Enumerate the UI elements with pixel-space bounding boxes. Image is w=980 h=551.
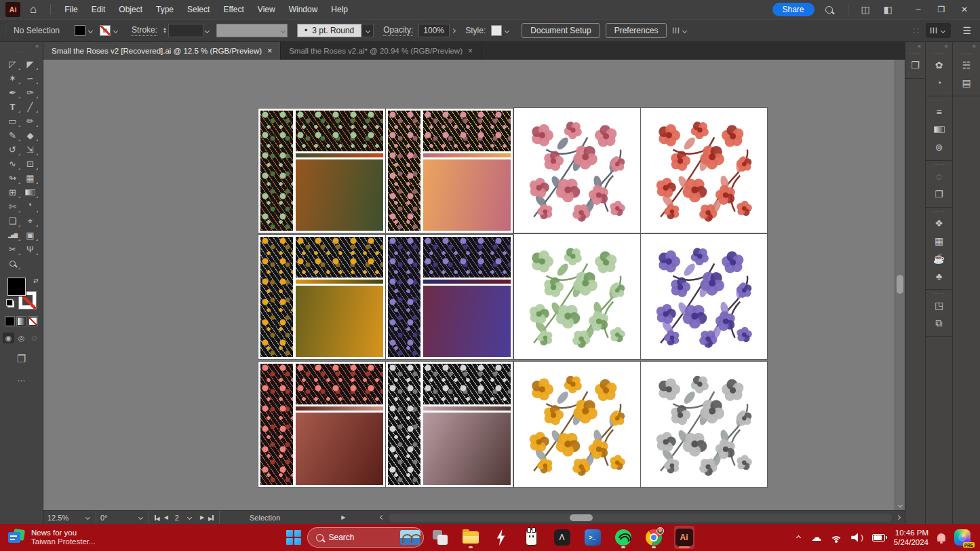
panel-layers[interactable]: ❖: [926, 214, 952, 232]
selection-tool[interactable]: ◸: [4, 57, 22, 71]
last-artboard-button[interactable]: ▶: [208, 514, 214, 522]
scroll-down-button[interactable]: [895, 499, 905, 509]
volume-icon[interactable]: ): [851, 533, 863, 542]
panel-symbols[interactable]: ♣: [926, 267, 952, 285]
panel-brushes[interactable]: ☕: [926, 250, 952, 267]
file-explorer-app-taskbar-button[interactable]: [460, 526, 481, 549]
artboard-number-field[interactable]: 2: [175, 514, 179, 522]
gradient-tool[interactable]: [22, 185, 39, 200]
minimize-button[interactable]: –: [907, 3, 930, 16]
type-tool[interactable]: T: [4, 100, 22, 114]
eraser-tool[interactable]: ◆: [22, 128, 39, 142]
color-mode-button[interactable]: [5, 317, 14, 326]
panel-gradient-quarter[interactable]: ◔: [926, 74, 952, 92]
default-fill-stroke-icon[interactable]: [6, 299, 13, 306]
rotate-tool[interactable]: ↺: [4, 142, 22, 157]
onedrive-cloud-icon[interactable]: ☁: [811, 531, 821, 544]
free-transform-tool[interactable]: ⊡: [22, 157, 39, 171]
panel-appearance[interactable]: ◌: [926, 168, 952, 185]
width-tool[interactable]: ∿: [4, 157, 22, 171]
next-artboard-button[interactable]: ▶: [200, 514, 204, 520]
perspective-grid-tool[interactable]: ▦: [22, 171, 39, 185]
artboard-number-chevron-icon[interactable]: [187, 515, 192, 520]
opacity-field[interactable]: 100%: [418, 24, 450, 37]
line-segment-tool[interactable]: ╱: [22, 100, 39, 114]
panel-export[interactable]: ◳: [926, 297, 952, 314]
artboard-floral-yellow-watercolor[interactable]: [514, 362, 640, 487]
rectangle-tool[interactable]: ▭: [4, 114, 22, 128]
vertical-scrollbar[interactable]: [895, 60, 905, 510]
search-icon[interactable]: [825, 6, 833, 14]
artboard-floral-pink-watercolor[interactable]: [514, 108, 640, 233]
none-mode-button[interactable]: [28, 317, 37, 326]
artboard-pattern-gray-roses[interactable]: [386, 362, 513, 487]
draw-behind-button[interactable]: ◎: [16, 332, 27, 343]
mesh-tool[interactable]: ⊞: [4, 185, 22, 200]
illustrator-app-taskbar-button[interactable]: Ai: [674, 526, 694, 549]
notification-bell-icon[interactable]: [937, 533, 945, 542]
panel-cube[interactable]: ❒: [905, 56, 925, 74]
tab-close-icon[interactable]: ×: [468, 46, 473, 56]
status-menu-arrow-icon[interactable]: ▶: [341, 514, 345, 520]
panel-transparency[interactable]: ⊚: [926, 138, 952, 156]
stroke-color-swatch[interactable]: [100, 25, 111, 36]
bolt-app-taskbar-button[interactable]: [491, 526, 511, 549]
menu-type[interactable]: Type: [149, 0, 180, 19]
home-icon[interactable]: ⌂: [23, 3, 43, 16]
brush-dropdown-button[interactable]: [361, 24, 374, 37]
first-artboard-button[interactable]: ◀: [155, 514, 160, 522]
horizontal-scrollbar-track[interactable]: [389, 514, 892, 522]
document-tab-1[interactable]: Small the Roses v2 [Recovered].ai @ 12.5…: [43, 42, 281, 60]
fill-dropdown-chevron-icon[interactable]: [88, 28, 93, 33]
edit-toolbar-button[interactable]: ⋯: [17, 376, 26, 385]
slice-tool[interactable]: ✂: [4, 242, 22, 256]
battery-icon[interactable]: [872, 534, 885, 542]
stroke-weight-field[interactable]: [168, 24, 203, 37]
scissors-tool[interactable]: ✄: [4, 200, 22, 214]
news-widget-button[interactable]: News for you Taiwan Protester...: [0, 529, 156, 546]
panel-gradient[interactable]: [926, 121, 952, 138]
stroke-weight-chevron-icon[interactable]: [205, 28, 210, 33]
pen-tool[interactable]: ✒: [4, 86, 22, 100]
vertical-scrollbar-thumb[interactable]: [897, 275, 903, 294]
align-icon[interactable]: ☰: [671, 27, 681, 35]
artboard-floral-gray-watercolor[interactable]: [641, 362, 767, 487]
panel-properties[interactable]: ☵: [953, 56, 980, 74]
menu-edit[interactable]: Edit: [85, 0, 113, 19]
dark-app-taskbar-button[interactable]: Λ: [552, 526, 572, 549]
menu-object[interactable]: Object: [112, 0, 149, 19]
panel-menu-icon[interactable]: ☰: [958, 25, 976, 36]
shaper-tool[interactable]: ↬: [4, 171, 22, 185]
panel-styles[interactable]: ❐: [926, 185, 952, 203]
spotify-app-taskbar-button[interactable]: [613, 526, 633, 549]
blend-tool[interactable]: ❑: [4, 214, 22, 228]
close-button[interactable]: ✕: [953, 3, 976, 16]
gradient-mode-button[interactable]: [17, 317, 26, 326]
pencil-tool[interactable]: ✎: [4, 128, 22, 142]
document-setup-button[interactable]: Document Setup: [522, 23, 600, 38]
tab-close-icon[interactable]: ×: [267, 46, 272, 56]
horizontal-scrollbar-thumb[interactable]: [570, 514, 593, 521]
panel-collapse-icon[interactable]: «: [926, 42, 952, 50]
artboard-pattern-red-roses[interactable]: [258, 362, 385, 487]
fill-color-swatch[interactable]: [75, 25, 85, 36]
taskbar-search-box[interactable]: Search: [307, 527, 424, 548]
style-swatch[interactable]: [491, 25, 502, 36]
share-button[interactable]: Share: [772, 3, 815, 16]
menu-select[interactable]: Select: [180, 0, 216, 19]
arrange-grid-icon[interactable]: ∷: [913, 26, 918, 36]
scroll-left-button[interactable]: [380, 515, 385, 520]
opacity-arrow-icon[interactable]: [451, 28, 456, 33]
panel-assets[interactable]: ⧉: [926, 314, 952, 332]
powershell-app-taskbar-button[interactable]: >_: [583, 526, 603, 549]
swap-fill-stroke-icon[interactable]: ⇄: [33, 278, 39, 284]
style-chevron-icon[interactable]: [505, 28, 509, 33]
eyedropper-tool[interactable]: ❜: [22, 200, 39, 214]
artboard-floral-purple-watercolor[interactable]: [641, 234, 767, 359]
document-layout-icon[interactable]: ◧: [879, 4, 897, 15]
zoom-tool[interactable]: [4, 256, 22, 271]
menu-help[interactable]: Help: [324, 0, 355, 19]
draw-normal-button[interactable]: ◉: [3, 332, 14, 343]
menu-effect[interactable]: Effect: [216, 0, 250, 19]
panel-color[interactable]: ✿: [926, 56, 952, 74]
